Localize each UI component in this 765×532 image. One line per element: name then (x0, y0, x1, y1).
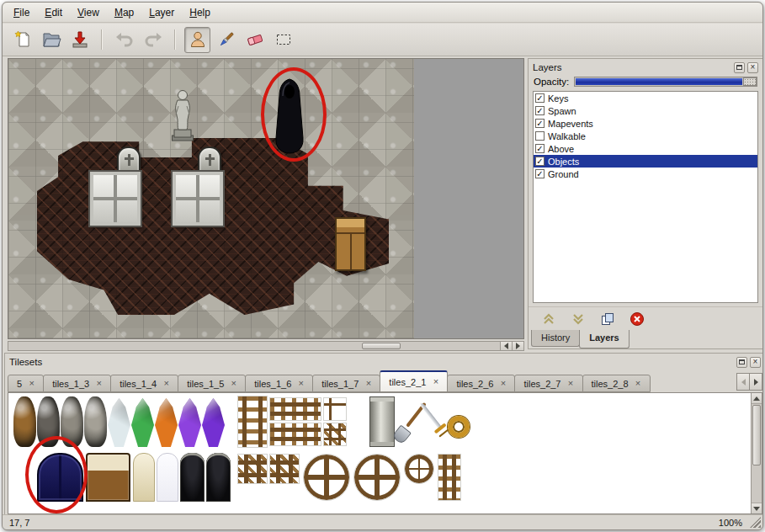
menu-item-help[interactable]: Help (182, 3, 218, 22)
tile-crystal[interactable] (155, 398, 178, 447)
tile-crystal[interactable] (108, 398, 130, 447)
tileset-tab-tiles_2_7[interactable]: tiles_2_7× (514, 375, 582, 392)
map-horizontal-scrollbar[interactable] (8, 341, 524, 351)
layer-row-ground[interactable]: ✓Ground (534, 168, 757, 180)
tile-track-corner[interactable] (324, 398, 346, 420)
redo-button[interactable] (140, 27, 166, 53)
tileset-canvas[interactable] (8, 392, 762, 514)
tab-close-icon[interactable]: × (296, 379, 305, 389)
tile-pillar[interactable] (369, 396, 395, 447)
layer-visibility-checkbox[interactable]: ✓ (535, 144, 545, 153)
tabs-scroll-left-button[interactable] (736, 373, 750, 391)
tile-track-h[interactable] (270, 423, 321, 445)
duplicate-layer-button[interactable] (598, 310, 618, 328)
tab-close-icon[interactable]: × (498, 379, 507, 389)
tileset-tab-5[interactable]: 5× (8, 375, 44, 392)
tab-close-icon[interactable]: × (566, 379, 576, 389)
move-layer-up-button[interactable] (539, 310, 559, 328)
tile-track-cross[interactable] (238, 455, 267, 483)
tab-close-icon[interactable]: × (27, 379, 36, 389)
layer-row-mapevents[interactable]: ✓Mapevents (534, 117, 757, 130)
tile-track-ring[interactable] (405, 455, 433, 483)
save-button[interactable] (66, 27, 93, 53)
layer-visibility-checkbox[interactable]: ✓ (535, 106, 545, 115)
tile-track-v[interactable] (238, 396, 267, 447)
tile-crystal[interactable] (202, 398, 225, 447)
tileset-tab-tiles_1_6[interactable]: tiles_1_6× (245, 375, 313, 392)
menu-item-view[interactable]: View (70, 3, 107, 22)
delete-layer-button[interactable] (627, 310, 647, 328)
tab-close-icon[interactable]: × (162, 379, 171, 389)
menu-item-edit[interactable]: Edit (37, 3, 70, 22)
open-button[interactable] (38, 27, 64, 53)
tile-ore[interactable] (61, 396, 83, 447)
opacity-slider-handle[interactable] (743, 77, 757, 86)
tabs-scroll-right-button[interactable] (749, 373, 762, 391)
tile-crystal[interactable] (178, 398, 201, 447)
menu-item-file[interactable]: File (6, 3, 37, 22)
layer-visibility-checkbox[interactable]: ✓ (535, 169, 545, 178)
tileset-tab-tiles_1_3[interactable]: tiles_1_3× (43, 375, 111, 392)
layer-row-above[interactable]: ✓Above (534, 142, 757, 155)
tile-track-ring[interactable] (304, 455, 349, 500)
scrollbar-thumb[interactable] (362, 343, 401, 349)
layer-row-keys[interactable]: ✓Keys (534, 92, 757, 104)
undo-button[interactable] (111, 27, 137, 53)
tile-door-navy[interactable] (37, 453, 83, 502)
tile-ore[interactable] (13, 396, 36, 447)
tab-close-icon[interactable]: × (94, 379, 104, 389)
scroll-down-button[interactable] (752, 503, 762, 513)
scroll-up-button[interactable] (752, 393, 762, 404)
layer-row-objects[interactable]: ✓Objects (534, 155, 757, 168)
tileset-tab-tiles_1_4[interactable]: tiles_1_4× (110, 375, 178, 392)
map-canvas[interactable] (8, 58, 524, 339)
tile-track-ring[interactable] (354, 455, 400, 500)
layer-visibility-checkbox[interactable] (535, 131, 545, 141)
tile-door-white[interactable] (157, 453, 178, 502)
stamp-tool-button[interactable] (184, 27, 210, 53)
tab-close-icon[interactable]: × (634, 379, 643, 389)
tile-track-cross[interactable] (324, 423, 346, 445)
float-panel-icon[interactable] (734, 62, 745, 73)
tileset-tab-tiles_2_1[interactable]: tiles_2_1× (380, 370, 448, 392)
tileset-vertical-scrollbar[interactable] (751, 393, 762, 513)
brush-tool-button[interactable] (213, 27, 239, 53)
layer-visibility-checkbox[interactable]: ✓ (535, 93, 545, 103)
tile-door-brown[interactable] (86, 453, 130, 502)
tile-rope[interactable] (448, 416, 470, 438)
tile-crystal[interactable] (131, 398, 154, 447)
scroll-right-button[interactable] (512, 342, 523, 350)
tileset-tab-tiles_1_5[interactable]: tiles_1_5× (178, 375, 246, 392)
new-button[interactable] (9, 27, 35, 53)
panel-tab-layers[interactable]: Layers (579, 330, 629, 348)
tile-track-h[interactable] (270, 398, 321, 420)
tile-door-pale[interactable] (133, 453, 155, 502)
tab-close-icon[interactable]: × (364, 379, 373, 389)
layer-visibility-checkbox[interactable]: ✓ (535, 157, 545, 166)
close-panel-icon[interactable]: × (750, 357, 761, 368)
tile-track-t[interactable] (270, 455, 299, 483)
eraser-tool-button[interactable] (242, 27, 268, 53)
scroll-left-button[interactable] (500, 342, 512, 350)
tileset-tab-tiles_2_8[interactable]: tiles_2_8× (582, 375, 651, 392)
tile-arch-dark[interactable] (180, 453, 205, 502)
tile-ore[interactable] (84, 396, 107, 447)
rect-select-tool-button[interactable] (270, 27, 296, 53)
tab-close-icon[interactable]: × (229, 379, 238, 389)
tile-arch-dark[interactable] (206, 453, 231, 502)
tab-close-icon[interactable]: × (431, 377, 440, 387)
resize-grip[interactable] (750, 517, 761, 528)
close-panel-icon[interactable]: × (747, 62, 758, 73)
menu-item-map[interactable]: Map (107, 3, 141, 22)
panel-tab-history[interactable]: History (531, 330, 580, 347)
tileset-tab-tiles_1_7[interactable]: tiles_1_7× (312, 375, 380, 392)
layer-visibility-checkbox[interactable]: ✓ (535, 119, 545, 128)
move-layer-down-button[interactable] (568, 310, 588, 328)
layer-row-spawn[interactable]: ✓Spawn (534, 104, 757, 117)
layer-row-walkable[interactable]: Walkable (534, 130, 757, 142)
menu-item-layer[interactable]: Layer (141, 3, 182, 22)
opacity-slider[interactable] (574, 77, 757, 87)
tile-ore[interactable] (37, 396, 60, 447)
tile-track-v[interactable] (438, 455, 460, 500)
tileset-tab-tiles_2_6[interactable]: tiles_2_6× (447, 375, 515, 392)
